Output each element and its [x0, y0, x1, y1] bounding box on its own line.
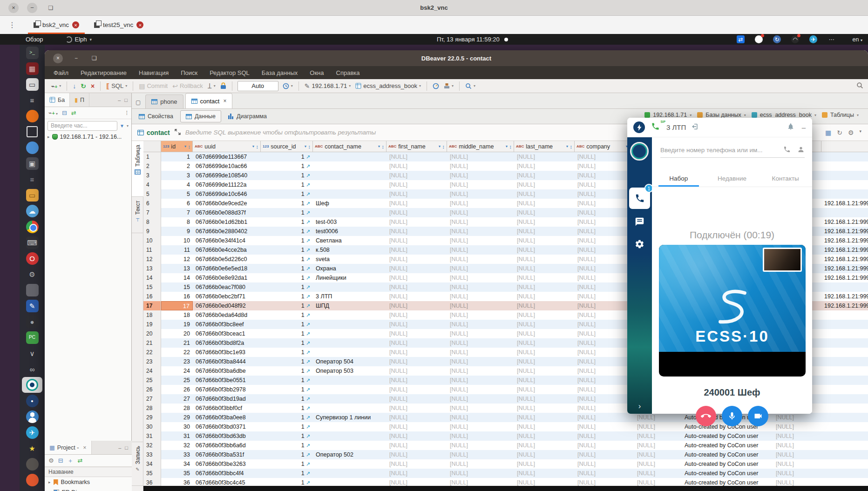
column-header-last_name[interactable]: ABClast_name▼↕ — [514, 141, 575, 152]
grid-cell-source-id[interactable]: 1↗ — [261, 171, 313, 180]
menu-Редактор SQL[interactable]: Редактор SQL — [203, 69, 256, 76]
grid-cell-source-id[interactable]: 1↗ — [261, 404, 313, 413]
grid-cell-null[interactable]: [NULL] — [514, 161, 575, 171]
grid-cell-contact-name[interactable]: Охрана — [313, 264, 387, 273]
grid-cell-source-id[interactable]: 1↗ — [261, 264, 313, 273]
language-indicator[interactable]: en ▾ — [853, 36, 862, 43]
grid-cell-id[interactable]: 6 — [161, 199, 193, 208]
grid-cell-null[interactable]: [NULL] — [447, 348, 514, 357]
grid-cell-null[interactable]: [NULL] — [387, 404, 447, 413]
grid-cell-id[interactable]: 29 — [161, 413, 193, 422]
softphone-tab-Контакты[interactable]: Контакты — [759, 170, 812, 187]
grid-cell-source-id[interactable]: 1↗ — [261, 301, 313, 310]
grid-cell-null[interactable]: [NULL] — [447, 292, 514, 301]
sort-icon[interactable]: ↕ — [509, 144, 512, 149]
grid-cell-null[interactable]: [NULL] — [514, 171, 575, 180]
grid-cell-null[interactable]: [NULL] — [575, 227, 634, 236]
select-all-corner[interactable] — [143, 141, 161, 152]
grid-cell-null[interactable]: [NULL] — [575, 301, 634, 310]
filter-icon[interactable]: ▼ — [252, 145, 255, 148]
connection-selector[interactable]: ✎ 192.168.1.71▾ — [302, 82, 353, 89]
tx-history-icon[interactable]: ▾ — [280, 83, 295, 89]
pc-icon[interactable]: PC — [22, 330, 42, 345]
presentation-tab-grid[interactable]: Таблица — [132, 141, 143, 197]
chrome-icon[interactable] — [22, 219, 42, 235]
grid-cell-uuid[interactable]: 067d66b0f3ba6dbe — [193, 366, 261, 376]
grid-cell-url[interactable] — [821, 413, 868, 422]
grid-cell-null[interactable]: [NULL] — [514, 152, 575, 161]
open-reference-icon[interactable]: ↗ — [306, 238, 310, 243]
grid-cell-null[interactable]: [NULL] — [575, 264, 634, 273]
table-row[interactable]: 3131067d66b0f3bd63db1↗[NULL][NULL][NULL]… — [143, 431, 868, 441]
camera-icon[interactable]: ● — [22, 314, 42, 330]
row-number[interactable]: 27 — [143, 394, 161, 404]
grid-cell-null[interactable]: [NULL] — [447, 310, 514, 320]
grid-cell-source-id[interactable]: 1↗ — [261, 338, 313, 348]
grid-cell-source-id[interactable]: 1↗ — [261, 431, 313, 441]
grid-cell-url[interactable] — [821, 161, 868, 171]
grid-cell-null[interactable]: [NULL] — [514, 376, 575, 385]
expand-all-icon[interactable]: ＋ — [68, 457, 74, 465]
app-menu[interactable]: Elph ▾ — [66, 36, 92, 43]
grid-cell-id[interactable]: 3 — [161, 171, 193, 180]
grid-cell-id[interactable]: 33 — [161, 450, 193, 459]
column-filter-icons[interactable]: ▼↕ — [378, 144, 384, 149]
grid-cell-source-id[interactable]: 1↗ — [261, 469, 313, 478]
grid-cell-url[interactable] — [821, 329, 868, 338]
grid-cell-id[interactable]: 20 — [161, 329, 193, 338]
grid-cell-null[interactable]: [NULL] — [514, 413, 575, 422]
grid-cell-url[interactable] — [821, 431, 868, 441]
row-number[interactable]: 2 — [143, 161, 161, 171]
new-connection-button[interactable]: ⌁+▾ — [48, 83, 63, 89]
grid-cell-null[interactable]: [NULL] — [447, 450, 514, 459]
grid-cell-uuid[interactable]: 067d66b0e8e92da1 — [193, 273, 261, 282]
grid-cell-contact-name[interactable] — [313, 469, 387, 478]
grid-cell-uuid[interactable]: 067d66b0de9ced2e — [193, 199, 261, 208]
grid-cell-uuid[interactable]: 067d66b0e1d62bb1 — [193, 217, 261, 227]
breadcrumb-item[interactable]: Базы данных — [705, 112, 741, 118]
column-filter-icons[interactable]: ▼↕ — [566, 144, 572, 149]
row-number[interactable]: 31 — [143, 431, 161, 441]
grid-cell-source-id[interactable]: 1↗ — [261, 385, 313, 394]
grid-cell-null[interactable]: [NULL] — [575, 441, 634, 450]
table-row[interactable]: 3232067d66b0f3bb6a6d1↗[NULL][NULL][NULL]… — [143, 441, 868, 450]
grid-cell-source-id[interactable]: 1↗ — [261, 366, 313, 376]
lock-icon[interactable] — [218, 82, 229, 89]
refresh-icon[interactable]: ↻ — [837, 129, 842, 136]
grid-cell-contact-name[interactable] — [313, 404, 387, 413]
grid-cell-source-id[interactable]: 1↗ — [261, 245, 313, 255]
grid-cell-uuid[interactable]: 067d66b0f3ba531f — [193, 450, 261, 459]
grid-cell-source-id[interactable]: 1↗ — [261, 357, 313, 366]
grid-cell-null[interactable]: [NULL] — [514, 255, 575, 264]
grid-cell-uuid[interactable]: 067d66b0e5d226c0 — [193, 255, 261, 264]
vnc-tab-test25_vnc[interactable]: test25_vnc× — [87, 16, 151, 34]
row-number[interactable]: 1 — [143, 152, 161, 161]
grid-cell-null[interactable]: [NULL] — [514, 404, 575, 413]
open-reference-icon[interactable]: ↗ — [306, 303, 310, 309]
grid-cell-uuid[interactable]: 067d66b0ebc2bf71 — [193, 292, 261, 301]
open-reference-icon[interactable]: ↗ — [306, 312, 310, 318]
grid-cell-id[interactable]: 25 — [161, 376, 193, 385]
grid-cell-contact-name[interactable] — [313, 189, 387, 199]
row-number[interactable]: 7 — [143, 208, 161, 217]
open-reference-icon[interactable]: ↗ — [306, 275, 310, 281]
open-reference-icon[interactable]: ↗ — [306, 350, 310, 355]
grid-cell-uuid[interactable]: 067d66b0f3bd8f2a — [193, 338, 261, 348]
grid-cell-null[interactable]: [NULL] — [575, 292, 634, 301]
grid-cell-source-id[interactable]: 1↗ — [261, 217, 313, 227]
grid-cell-null[interactable]: [NULL] — [387, 469, 447, 478]
grid-cell-id[interactable]: 4 — [161, 180, 193, 189]
link-icon[interactable]: ∞ — [22, 361, 42, 377]
grid-cell-null[interactable]: [NULL] — [514, 450, 575, 459]
softphone-tab-Недавние[interactable]: Недавние — [705, 170, 759, 187]
grid-cell-uuid[interactable]: 067d66b0f3ba0ee8 — [193, 413, 261, 422]
grid-cell-source-id[interactable]: 1↗ — [261, 413, 313, 422]
row-number[interactable]: 10 — [143, 236, 161, 245]
grid-cell-null[interactable]: [NULL] — [387, 376, 447, 385]
grid-cell-url[interactable] — [821, 357, 868, 366]
grid-cell-null[interactable]: [NULL] — [387, 245, 447, 255]
wrench-icon[interactable] — [22, 282, 42, 298]
grid-cell-null[interactable]: [NULL] — [514, 227, 575, 236]
collapse-all-icon[interactable]: ⊟ — [62, 109, 67, 116]
grid-cell-null[interactable]: [NULL] — [447, 264, 514, 273]
